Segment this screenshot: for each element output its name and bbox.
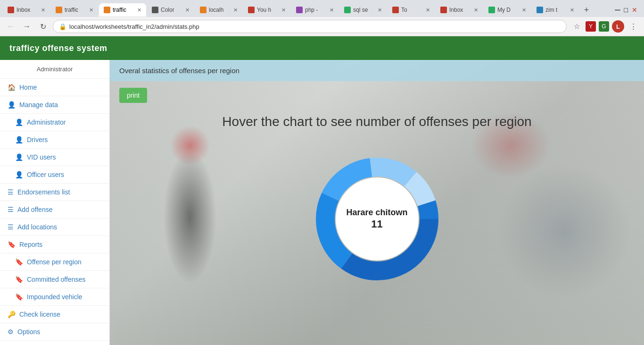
tab-drive[interactable]: My D ✕	[484, 3, 531, 17]
user-icon-drivers: 👤	[15, 136, 23, 143]
sidebar-vid-label: VID users	[27, 153, 56, 161]
sidebar-item-endorsements[interactable]: ☰ Endorsements list	[0, 184, 109, 201]
sidebar-item-add-locations[interactable]: ☰ Add locations	[0, 219, 109, 236]
sidebar-reports-label: Reports	[19, 241, 42, 248]
tab-icon-zim	[537, 7, 543, 13]
sidebar-item-reports[interactable]: 🔖 Reports	[0, 236, 109, 253]
close-window-button[interactable]: ✕	[632, 6, 637, 14]
sidebar-item-impounded-vehicle[interactable]: 🔖 Impounded vehicle	[0, 288, 109, 306]
tab-icon-localhost	[200, 7, 206, 13]
tab-icon-sql	[344, 7, 351, 13]
tab-close[interactable]: ✕	[376, 7, 382, 13]
sidebar-item-options[interactable]: ⚙ Options	[0, 323, 109, 341]
donut-chart[interactable]: Harare chitown 11	[302, 143, 453, 295]
tab-traffic2-active[interactable]: traffic ✕	[99, 3, 146, 17]
sidebar-item-offense-per-region[interactable]: 🔖 Offense per region	[0, 253, 109, 271]
user-icon: 👤	[8, 101, 16, 109]
tab-gmail2[interactable]: Inbox ✕	[436, 3, 483, 17]
user-icon-vid: 👤	[15, 153, 23, 161]
tab-icon-traffic1	[56, 7, 62, 13]
tab-icon-youtube	[248, 7, 255, 13]
sidebar-manage-data-label: Manage data	[19, 101, 58, 109]
sidebar-item-officer-users[interactable]: 👤 Officer users	[0, 166, 109, 184]
minimize-button[interactable]: ─	[615, 6, 620, 14]
tab-zim[interactable]: zim t ✕	[532, 3, 579, 17]
app-header: trafficy offense system	[0, 36, 644, 60]
tab-youtube2[interactable]: To ✕	[388, 3, 435, 17]
sidebar-item-home[interactable]: 🏠 Home	[0, 79, 109, 96]
back-button[interactable]: ←	[5, 20, 17, 33]
tab-color[interactable]: Color ✕	[147, 3, 194, 17]
reports-icon-region: 🔖	[15, 258, 23, 266]
sidebar-options-label: Options	[17, 328, 40, 336]
tab-close[interactable]: ✕	[568, 7, 574, 13]
tab-close[interactable]: ✕	[87, 7, 93, 13]
sidebar-item-committed-offenses[interactable]: 🔖 Committed offenses	[0, 271, 109, 288]
maximize-button[interactable]: □	[624, 6, 628, 14]
content-area: Overal statistics of offenses per region…	[110, 60, 644, 345]
tab-gmail[interactable]: Inbox ✕	[3, 3, 50, 17]
donut-tooltip-value: 11	[346, 219, 407, 231]
app-container: trafficy offense system Administrator 🏠 …	[0, 36, 644, 345]
tab-icon-gmail2	[440, 7, 447, 13]
list-icon-offense: ☰	[8, 206, 14, 213]
tab-php[interactable]: php - ✕	[291, 3, 339, 17]
sidebar-item-add-offense[interactable]: ☰ Add offense	[0, 201, 109, 219]
forward-button[interactable]: →	[21, 20, 33, 33]
user-icon-admin: 👤	[15, 118, 23, 126]
ext-yt-button[interactable]: Y	[586, 21, 596, 32]
tab-close[interactable]: ✕	[472, 7, 478, 13]
nav-actions: ☆ Y G L ⋮	[570, 20, 639, 33]
sidebar-item-manage-data[interactable]: 👤 Manage data	[0, 96, 109, 114]
sidebar-check-license-label: Check license	[19, 311, 60, 318]
user-icon-officer: 👤	[15, 171, 23, 178]
tabs-bar: Inbox ✕ traffic ✕ traffic ✕ Color ✕ loca…	[0, 0, 644, 17]
tab-sql[interactable]: sql se ✕	[339, 3, 387, 17]
tab-close[interactable]: ✕	[424, 7, 430, 13]
tab-youtube[interactable]: You h ✕	[243, 3, 290, 17]
tab-icon-youtube2	[392, 7, 399, 13]
tab-localhost[interactable]: localh ✕	[195, 3, 242, 17]
app-title: trafficy offense system	[9, 43, 107, 53]
donut-tooltip-label: Harare chitown	[346, 207, 407, 218]
tab-icon-php	[296, 7, 303, 13]
url-text: localhost/worksheets/traffic_in2/admin/s…	[69, 23, 199, 30]
ext-chrome-button[interactable]: G	[599, 21, 609, 32]
sidebar-item-logout[interactable]: ↩ Logout	[0, 341, 109, 345]
sidebar-item-administrator[interactable]: 👤 Administrator	[0, 114, 109, 131]
browser-chrome: Inbox ✕ traffic ✕ traffic ✕ Color ✕ loca…	[0, 0, 644, 36]
sidebar-offense-region-label: Offense per region	[27, 258, 82, 266]
tab-close[interactable]: ✕	[328, 7, 334, 13]
sidebar-home-label: Home	[19, 84, 37, 91]
lock-icon: 🔒	[59, 23, 66, 30]
sidebar-item-vid-users[interactable]: 👤 VID users	[0, 149, 109, 166]
tab-close[interactable]: ✕	[520, 7, 526, 13]
chart-area: Hover the chart to see number of offense…	[110, 109, 644, 309]
content-inner: Overal statistics of offenses per region…	[110, 60, 644, 309]
chart-title: Hover the chart to see number of offense…	[222, 114, 531, 129]
sidebar-item-check-license[interactable]: 🔑 Check license	[0, 306, 109, 323]
gear-icon: ⚙	[8, 328, 14, 336]
profile-button[interactable]: L	[612, 20, 624, 33]
tab-close[interactable]: ✕	[231, 7, 238, 13]
main-layout: Administrator 🏠 Home 👤 Manage data	[0, 60, 644, 345]
sidebar-endorsements-label: Endorsements list	[17, 188, 70, 196]
tab-icon-gmail	[8, 7, 14, 13]
stats-header-text: Overal statistics of offenses per region	[119, 67, 239, 75]
address-bar[interactable]: 🔒 localhost/worksheets/traffic_in2/admin…	[53, 20, 567, 33]
refresh-button[interactable]: ↻	[37, 20, 49, 33]
tab-close[interactable]: ✕	[280, 7, 286, 13]
menu-button[interactable]: ⋮	[627, 20, 639, 33]
reports-icon-impounded: 🔖	[15, 293, 23, 301]
sidebar-administrator-label: Administrator	[27, 118, 66, 126]
tab-icon-drive	[488, 7, 495, 13]
new-tab-button[interactable]: +	[580, 3, 593, 17]
bookmark-button[interactable]: ☆	[570, 20, 583, 33]
tab-close-active[interactable]: ✕	[135, 7, 141, 13]
print-button[interactable]: print	[119, 88, 147, 103]
sidebar-committed-offenses-label: Committed offenses	[27, 276, 85, 283]
tab-close[interactable]: ✕	[39, 7, 45, 13]
tab-traffic1[interactable]: traffic ✕	[51, 3, 98, 17]
tab-close[interactable]: ✕	[183, 7, 190, 13]
sidebar-item-drivers[interactable]: 👤 Drivers	[0, 131, 109, 149]
